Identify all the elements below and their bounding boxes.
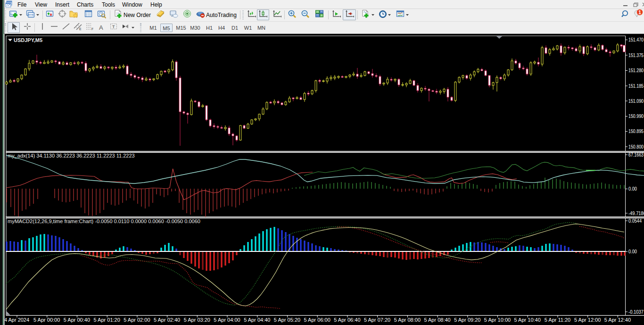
svg-text:5 Apr 07:20: 5 Apr 07:20 xyxy=(364,317,390,323)
svg-text:5 Apr 02:00: 5 Apr 02:00 xyxy=(124,317,150,323)
svg-text:4 Apr 2024: 4 Apr 2024 xyxy=(4,317,29,323)
svg-text:my_adx(14) 34.1130 36.2223 36.: my_adx(14) 34.1130 36.2223 36.2223 11.22… xyxy=(8,153,135,158)
svg-text:5 Apr 01:20: 5 Apr 01:20 xyxy=(94,317,120,323)
svg-text:5 Apr 03:20: 5 Apr 03:20 xyxy=(184,317,210,323)
svg-text:F: F xyxy=(91,27,93,31)
svg-text:5 Apr 05:20: 5 Apr 05:20 xyxy=(274,317,300,323)
svg-text:1: 1 xyxy=(638,10,641,15)
svg-text:0.00: 0.00 xyxy=(628,249,637,254)
svg-text:5 Apr 08:40: 5 Apr 08:40 xyxy=(424,317,450,323)
svg-text:E: E xyxy=(79,27,82,31)
svg-text:5 Apr 06:00: 5 Apr 06:00 xyxy=(304,317,330,323)
svg-text:67.1663: 67.1663 xyxy=(628,152,644,158)
svg-text:USDJPY,M5: USDJPY,M5 xyxy=(14,37,42,43)
svg-text:5 Apr 10:00: 5 Apr 10:00 xyxy=(484,317,511,323)
svg-text:0.0544: 0.0544 xyxy=(628,218,642,224)
svg-text:-0.1037: -0.1037 xyxy=(628,309,644,315)
svg-text:5 Apr 00:00: 5 Apr 00:00 xyxy=(33,317,60,323)
svg-text:5 Apr 04:40: 5 Apr 04:40 xyxy=(244,317,270,323)
svg-text:151.185: 151.185 xyxy=(628,83,644,89)
svg-text:150.990: 150.990 xyxy=(628,113,644,119)
svg-text:5 Apr 10:40: 5 Apr 10:40 xyxy=(514,317,541,323)
svg-text:151.090: 151.090 xyxy=(628,98,644,104)
svg-text:151.375: 151.375 xyxy=(628,52,644,58)
svg-text:5 Apr 02:40: 5 Apr 02:40 xyxy=(154,317,180,323)
svg-text:-49.7186: -49.7186 xyxy=(628,210,644,216)
svg-text:150.800: 150.800 xyxy=(628,144,644,150)
svg-text:5 Apr 08:00: 5 Apr 08:00 xyxy=(394,317,421,323)
svg-text:5 Apr 04:00: 5 Apr 04:00 xyxy=(214,317,240,323)
svg-text:5 Apr 00:40: 5 Apr 00:40 xyxy=(64,317,90,323)
svg-text:5 Apr 09:20: 5 Apr 09:20 xyxy=(454,317,480,323)
svg-text:5 Apr 06:40: 5 Apr 06:40 xyxy=(334,317,360,323)
svg-text:150.895: 150.895 xyxy=(628,128,644,134)
svg-text:5 Apr 11:20: 5 Apr 11:20 xyxy=(545,317,570,323)
svg-text:0.00: 0.00 xyxy=(628,186,637,192)
svg-text:151.470: 151.470 xyxy=(628,37,644,42)
svg-text:151.280: 151.280 xyxy=(628,67,644,73)
svg-text:T: T xyxy=(112,25,115,29)
svg-text:myMACD2(12,26,9,time frame:Cha: myMACD2(12,26,9,time frame:Chart) -0.005… xyxy=(8,218,200,224)
svg-text:5 Apr 12:00: 5 Apr 12:00 xyxy=(574,317,601,323)
svg-text:5 Apr 12:40: 5 Apr 12:40 xyxy=(604,317,631,323)
